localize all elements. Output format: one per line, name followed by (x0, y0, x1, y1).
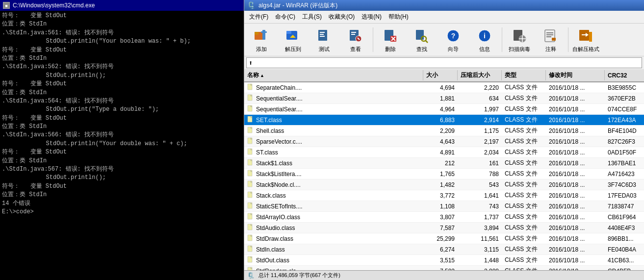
column-header-类型[interactable]: 类型 (502, 70, 546, 80)
rar-menu-item[interactable]: 选项(N) (359, 12, 385, 22)
file-col-text-4: 2016/10/18 ... (549, 257, 585, 264)
rar-menu-item[interactable]: 文件(F) (246, 12, 271, 22)
toolbar-btn-添加[interactable]: 添加 (246, 25, 277, 54)
status-text: 总计 11,486,059 字节(667 个文件) (258, 272, 340, 279)
file-name-text: SequentialSear.... (256, 95, 303, 102)
file-col-2: 2,197 (458, 136, 502, 147)
table-row[interactable]: StdAudio.class7,5873,894CLASS 文件2016/10/… (244, 223, 644, 233)
svg-rect-1 (255, 32, 258, 35)
cmd-line: StdOut.println(); (2, 72, 242, 80)
file-col-2: 2,034 (458, 147, 502, 157)
toolbar-btn-测试[interactable]: 测试 (309, 25, 339, 54)
table-row[interactable]: SequentialSear....1,881634CLASS 文件2016/1… (244, 93, 644, 104)
toolbar-btn-解压到[interactable]: 解压到 (278, 25, 308, 54)
file-col-text-5: 4408E4F3 (608, 225, 635, 231)
toolbar-btn-查看[interactable]: 查看 (340, 25, 371, 54)
svg-rect-3 (261, 31, 267, 33)
file-col-1: 6,883 (423, 115, 458, 125)
table-row[interactable]: StdRandom.cla....7,5823,988CLASS 文件2016/… (244, 266, 644, 270)
file-rows[interactable]: SeparateChain....4,6942,220CLASS 文件2016/… (244, 82, 644, 270)
file-col-text-4: 2016/10/18 ... (549, 235, 585, 242)
table-row[interactable]: Stack$Node.cl....1,482543CLASS 文件2016/10… (244, 179, 644, 190)
column-header-名称[interactable]: 名称 ▲ (244, 70, 423, 80)
rar-menu-item[interactable]: 工具(S) (299, 12, 325, 22)
table-row[interactable]: Shell.class2,2091,175CLASS 文件2016/10/18 … (244, 126, 644, 136)
toolbar-btn-扫描病毒[interactable]: 扫描病毒 (504, 25, 535, 54)
file-col-text-3: CLASS 文件 (505, 159, 538, 167)
file-col-text-1: 1,765 (440, 171, 455, 178)
rar-menu-item[interactable]: 命令(C) (272, 12, 298, 22)
svg-rect-10 (320, 36, 325, 37)
file-col-text-3: CLASS 文件 (505, 137, 538, 146)
toolbar-btn-注释[interactable]: 注释 (536, 25, 566, 54)
file-col-2: 543 (458, 179, 502, 190)
table-row[interactable]: SET.class6,8832,914CLASS 文件2016/10/18 ..… (244, 115, 644, 126)
cmd-line: 14 个错误 (2, 200, 242, 208)
toolbar-label-自解压格式: 自解压格式 (572, 46, 599, 53)
table-row[interactable]: StdOut.class3,5151,448CLASS 文件2016/10/18… (244, 255, 644, 266)
table-row[interactable]: SequentialSear....4,9641,997CLASS 文件2016… (244, 104, 644, 115)
file-col-3: CLASS 文件 (502, 255, 546, 265)
file-col-text-1: 3,772 (440, 192, 455, 199)
file-col-text-1: 4,643 (440, 138, 455, 145)
file-col-text-5: B3E9855C (608, 84, 636, 91)
file-col-text-3: CLASS 文件 (505, 234, 538, 243)
file-icon (247, 148, 254, 156)
file-col-text-1: 1,108 (440, 203, 455, 210)
file-col-2: 1,175 (458, 126, 502, 136)
column-header-修改时间[interactable]: 修改时间 (546, 70, 605, 80)
file-col-5: 4408E4F3 (605, 223, 644, 233)
file-col-4: 2016/10/18 ... (546, 126, 605, 136)
file-col-text-4: 2016/10/18 ... (549, 181, 585, 188)
cmd-line: E:\>code> (2, 208, 242, 216)
table-row[interactable]: Stack$ListItera....1,765788CLASS 文件2016/… (244, 169, 644, 179)
file-col-4: 2016/10/18 ... (546, 223, 605, 233)
file-col-4: 2016/10/18 ... (546, 179, 605, 190)
file-name: Stack.class (244, 190, 423, 201)
file-col-4: 2016/10/18 ... (546, 233, 605, 244)
file-name: ST.class (244, 147, 423, 157)
column-header-大小[interactable]: 大小 (423, 70, 458, 80)
file-col-text-2: 1,175 (484, 127, 499, 134)
toolbar-btn-向导[interactable]: ?向导 (438, 25, 468, 54)
file-col-3: CLASS 文件 (502, 126, 546, 136)
table-row[interactable]: SparseVector.c....4,6432,197CLASS 文件2016… (244, 136, 644, 147)
file-col-4: 2016/10/18 ... (546, 82, 605, 93)
cmd-line: 位置：类 StdIn (2, 54, 242, 63)
file-name: StdDraw.class (244, 233, 423, 244)
toolbar-icon-信息: i (476, 27, 493, 45)
file-col-text-5: 0AD1F50F (608, 149, 636, 156)
cmd-line: 位置：类 StdIn (2, 20, 242, 28)
toolbar-btn-删除[interactable]: 删除 (375, 25, 406, 54)
table-row[interactable]: ST.class4,8912,034CLASS 文件2016/10/18 ...… (244, 147, 644, 158)
column-header-压缩后大小[interactable]: 压缩后大小 (458, 70, 502, 80)
toolbar-btn-信息[interactable]: i信息 (469, 25, 500, 54)
rar-menu-item[interactable]: 收藏夹(O) (326, 12, 358, 22)
file-col-2: 1,448 (458, 255, 502, 265)
file-col-2: 11,561 (458, 233, 502, 244)
file-name-text: Stack.class (256, 192, 286, 199)
table-row[interactable]: Stack$1.class212161CLASS 文件2016/10/18 ..… (244, 158, 644, 169)
file-icon (247, 213, 254, 221)
toolbar-icon-向导: ? (444, 27, 462, 45)
file-col-5: 172EA43A (605, 115, 644, 125)
column-header-CRC32[interactable]: CRC32 (605, 70, 644, 80)
file-name-text: Stack$1.class (256, 160, 292, 167)
toolbar-btn-查找[interactable]: 查找 (407, 25, 437, 54)
table-row[interactable]: StdArrayIO.class3,8071,737CLASS 文件2016/1… (244, 212, 644, 223)
file-col-text-5: 17FEDA03 (608, 192, 637, 199)
toolbar-btn-自解压格式[interactable]: 自解压格式 (570, 25, 601, 54)
toolbar-label-注释: 注释 (545, 46, 556, 53)
table-row[interactable]: StdDraw.class25,29911,561CLASS 文件2016/10… (244, 233, 644, 244)
table-row[interactable]: Stack.class3,7721,641CLASS 文件2016/10/18 … (244, 190, 644, 201)
file-col-1: 7,582 (423, 266, 458, 270)
file-col-5: CB61F964 (605, 212, 644, 222)
rar-window: 🗜️ algs4.jar - WinRAR (评估版本) 文件(F)命令(C)工… (244, 0, 644, 280)
cmd-line: StdOut.println("Your boolean was: " + b)… (2, 37, 242, 46)
file-col-text-4: 2016/10/18 ... (549, 95, 585, 102)
table-row[interactable]: StaticSETofInts....1,108743CLASS 文件2016/… (244, 201, 644, 212)
file-col-3: CLASS 文件 (502, 147, 546, 157)
table-row[interactable]: SeparateChain....4,6942,220CLASS 文件2016/… (244, 82, 644, 93)
table-row[interactable]: StdIn.class6,2743,115CLASS 文件2016/10/18 … (244, 244, 644, 255)
rar-menu-item[interactable]: 帮助(H) (386, 12, 412, 22)
